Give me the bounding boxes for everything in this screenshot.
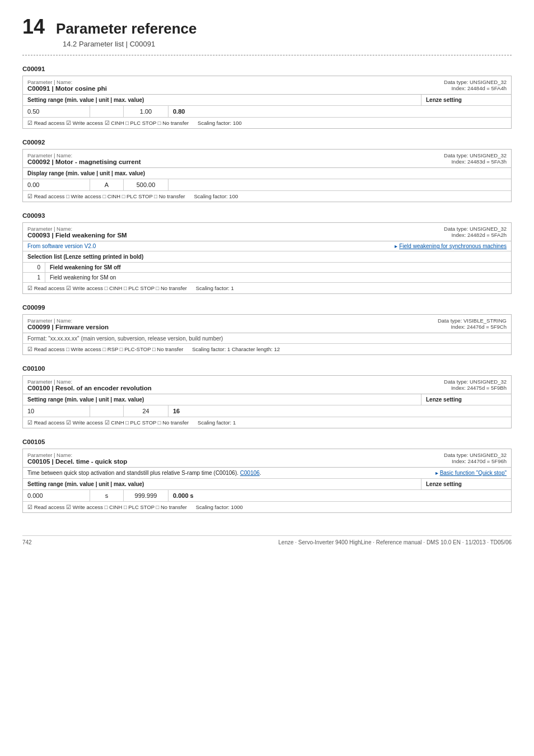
access-row-c00093: ☑ Read access ☑ Write access □ CINH □ PL… [23,283,511,293]
chapter-title: Parameter reference [56,20,197,38]
setting-row-c00091: 0.50 1.00 0.80 [23,106,511,118]
access-row-c00092: ☑ Read access □ Write access □ CINH □ PL… [23,191,511,202]
param-header-c00100: Parameter | Name: C00100 | Resol. of an … [23,376,511,394]
page-footer: 742 Lenze · Servo-Inverter 9400 HighLine… [22,535,512,545]
chapter-number: 14 [22,17,45,37]
param-meta-c00105: Data type: UNSIGNED_32 Index: 24470d = 5… [444,452,507,464]
selection-row-1-c00093: 1 Field weakening for SM on [23,273,511,283]
param-header-c00093: Parameter | Name: C00093 | Field weakeni… [23,223,511,241]
section-c00100-label: C00100 [22,365,512,372]
access-row-c00100: ☑ Read access ☑ Write access ☑ CINH □ PL… [23,417,511,428]
access-row-c00091: ☑ Read access ☑ Write access ☑ CINH □ PL… [23,118,511,128]
param-name-c00093: Parameter | Name: C00093 | Field weakeni… [27,226,127,239]
section-c00099-label: C00099 [22,304,512,311]
param-name-c00099: Parameter | Name: C00099 | Firmware vers… [27,318,109,330]
param-block-c00091: Parameter | Name: C00091 | Motor cosine … [22,76,512,129]
param-block-c00093: Parameter | Name: C00093 | Field weakeni… [22,222,512,294]
footer-text: Lenze · Servo-Inverter 9400 HighLine · R… [278,539,512,545]
param-header-c00105: Parameter | Name: C00105 | Decel. time -… [23,449,511,468]
setting-row-c00100: 10 24 16 [23,405,511,417]
param-meta-c00093: Data type: UNSIGNED_32 Index: 24482d = 5… [444,226,507,238]
param-meta-c00099: Data type: VISIBLE_STRING Index: 24476d … [438,318,507,330]
range-lenze-header-c00091: Setting range (min. value | unit | max. … [23,95,511,106]
selection-header-c00093: Selection list (Lenze setting printed in… [23,251,511,263]
selection-row-0-c00093: 0 Field weakening for SM off [23,263,511,273]
version-link-row-c00093: From software version V2.0 Field weakeni… [23,241,511,251]
param-name-c00105: Parameter | Name: C00105 | Decel. time -… [27,452,127,465]
section-divider [22,55,512,55]
param-block-c00099: Parameter | Name: C00099 | Firmware vers… [22,314,512,355]
page-header: 14 Parameter reference 14.2 Parameter li… [22,17,512,48]
param-header-c00092: Parameter | Name: C00092 | Motor - magne… [23,150,511,168]
section-c00092-label: C00092 [22,139,512,146]
section-c00093-label: C00093 [22,212,512,219]
field-weakening-link[interactable]: Field weakening for synchronous machines [390,241,511,251]
param-header-c00091: Parameter | Name: C00091 | Motor cosine … [23,76,511,95]
param-block-c00100: Parameter | Name: C00100 | Resol. of an … [22,375,512,428]
param-name-c00092: Parameter | Name: C00092 | Motor - magne… [27,152,141,165]
setting-row-c00105: 0.000 s 999.999 0.000 s [23,490,511,502]
param-meta-c00091: Data type: UNSIGNED_32 Index: 24484d = 5… [444,79,507,91]
range-lenze-header-c00105: Setting range (min. value | unit | max. … [23,479,511,490]
c00106-link[interactable]: C00106 [240,470,260,476]
param-name-c00091: Parameter | Name: C00091 | Motor cosine … [27,79,107,92]
setting-row-c00092: 0.00 A 500.00 [23,179,511,191]
param-block-c00105: Parameter | Name: C00105 | Decel. time -… [22,449,512,513]
param-meta-c00092: Data type: UNSIGNED_32 Index: 24483d = 5… [444,152,507,165]
section-c00091-label: C00091 [22,66,512,72]
param-meta-c00100: Data type: UNSIGNED_32 Index: 24475d = 5… [444,379,507,391]
display-range-header-c00092: Display range (min. value | unit | max. … [23,168,511,179]
info-row-c00099: Format: "xx.xx.xx.xx" (main version, sub… [23,333,511,344]
info-text-c00105: Time between quick stop activation and s… [23,468,431,478]
param-name-c00100: Parameter | Name: C00100 | Resol. of an … [27,379,152,391]
footer-page-number: 742 [22,539,32,545]
access-row-c00105: ☑ Read access ☑ Write access □ CINH □ PL… [23,502,511,512]
chapter-subtitle: 14.2 Parameter list | C00091 [63,40,512,48]
quick-stop-link[interactable]: Basic function "Quick stop" [431,468,511,478]
param-header-c00099: Parameter | Name: C00099 | Firmware vers… [23,315,511,333]
section-c00105-label: C00105 [22,438,512,445]
info-link-row-c00105: Time between quick stop activation and s… [23,468,511,479]
access-row-c00099: ☑ Read access □ Write access □ RSP □ PLC… [23,344,511,354]
range-lenze-header-c00100: Setting range (min. value | unit | max. … [23,394,511,405]
param-block-c00092: Parameter | Name: C00092 | Motor - magne… [22,149,512,202]
